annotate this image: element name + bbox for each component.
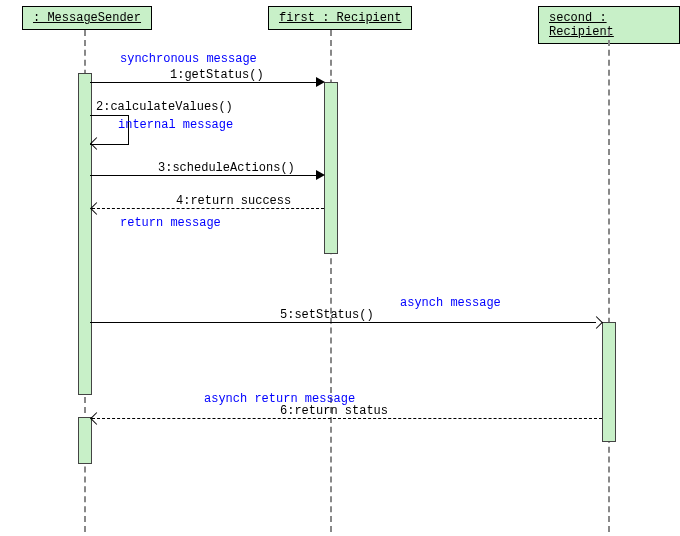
participant-sender-label: : MessageSender bbox=[33, 11, 141, 25]
participant-first: first : Recipient bbox=[268, 6, 412, 30]
arrow-m3 bbox=[90, 175, 316, 176]
sequence-diagram: : MessageSender first : Recipient second… bbox=[0, 0, 680, 536]
arrowhead-m6 bbox=[90, 412, 103, 425]
participant-sender: : MessageSender bbox=[22, 6, 152, 30]
note-internal: internal message bbox=[118, 118, 233, 132]
lifeline-second bbox=[608, 30, 610, 532]
activation-first bbox=[324, 82, 338, 254]
participant-second-label: second : Recipient bbox=[549, 11, 614, 39]
note-return: return message bbox=[120, 216, 221, 230]
arrowhead-m3 bbox=[316, 170, 325, 180]
arrowhead-m4 bbox=[90, 202, 103, 215]
label-m1: 1:getStatus() bbox=[170, 68, 264, 82]
activation-sender-2 bbox=[78, 417, 92, 464]
label-m3: 3:scheduleActions() bbox=[158, 161, 295, 175]
arrowhead-m5 bbox=[590, 316, 603, 329]
arrow-m1 bbox=[90, 82, 316, 83]
note-sync: synchronous message bbox=[120, 52, 257, 66]
arrowhead-m1 bbox=[316, 77, 325, 87]
note-asynch: asynch message bbox=[400, 296, 501, 310]
label-m4: 4:return success bbox=[176, 194, 291, 208]
arrow-m5 bbox=[90, 322, 596, 323]
arrow-m6 bbox=[92, 418, 602, 419]
label-m6: 6:return status bbox=[280, 404, 388, 418]
label-m2: 2:calculateValues() bbox=[96, 100, 233, 114]
activation-second bbox=[602, 322, 616, 442]
arrow-m4 bbox=[92, 208, 324, 209]
participant-first-label: first : Recipient bbox=[279, 11, 401, 25]
label-m5: 5:setStatus() bbox=[280, 308, 374, 322]
